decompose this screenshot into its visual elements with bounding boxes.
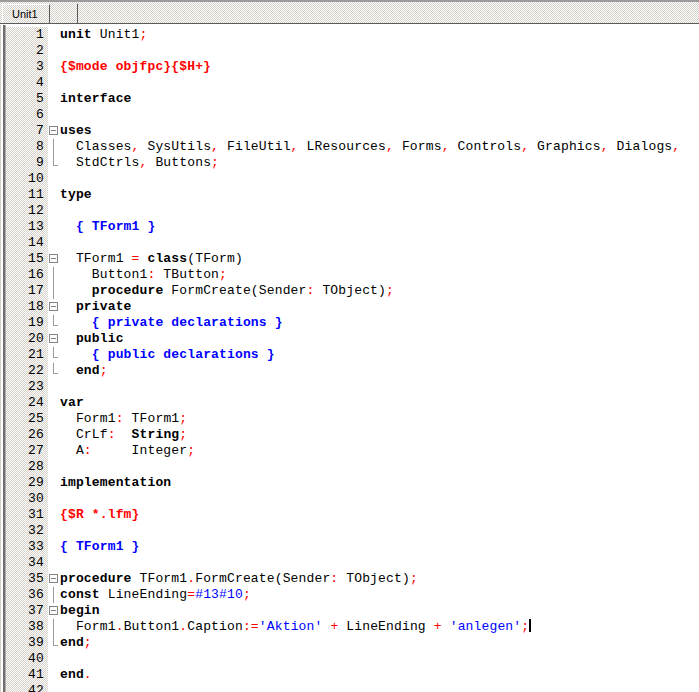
code-text[interactable]: end; xyxy=(60,635,699,651)
code-line: 36const LineEnding=#13#10; xyxy=(6,587,699,603)
code-text[interactable] xyxy=(60,491,699,507)
code-line: 25 Form1: TForm1; xyxy=(6,411,699,427)
fold-tree-line xyxy=(53,139,54,155)
code-text[interactable]: { private declarations } xyxy=(60,315,699,331)
code-text[interactable] xyxy=(60,75,699,91)
code-text[interactable]: Button1: TButton; xyxy=(60,267,699,283)
code-text[interactable] xyxy=(60,203,699,219)
code-text[interactable]: public xyxy=(60,331,699,347)
fold-collapse-icon[interactable] xyxy=(49,254,58,263)
code-token-kw: String xyxy=(132,427,180,442)
code-text[interactable]: CrLf: String; xyxy=(60,427,699,443)
fold-gutter xyxy=(48,459,60,475)
code-line: 35procedure TForm1.FormCreate(Sender: TO… xyxy=(6,571,699,587)
code-text[interactable]: {$mode objfpc}{$H+} xyxy=(60,59,699,75)
line-number: 36 xyxy=(6,587,48,603)
fold-gutter xyxy=(48,603,60,619)
fold-tree-corner xyxy=(53,315,58,326)
code-text[interactable]: end. xyxy=(60,667,699,683)
code-text[interactable]: end; xyxy=(60,363,699,379)
code-text[interactable]: implementation xyxy=(60,475,699,491)
tab-unit1-label: Unit1 xyxy=(12,8,38,20)
code-text[interactable]: StdCtrls, Buttons; xyxy=(60,155,699,171)
fold-collapse-icon[interactable] xyxy=(49,126,58,135)
code-text[interactable] xyxy=(60,651,699,667)
code-line: 14 xyxy=(6,235,699,251)
fold-collapse-icon[interactable] xyxy=(49,334,58,343)
code-line: 40 xyxy=(6,651,699,667)
code-text[interactable]: const LineEnding=#13#10; xyxy=(60,587,699,603)
code-token-sym: , xyxy=(672,139,680,154)
fold-gutter xyxy=(48,219,60,235)
fold-gutter xyxy=(48,507,60,523)
code-text[interactable]: { public declarations } xyxy=(60,347,699,363)
code-line: 8 Classes, SysUtils, FileUtil, LResource… xyxy=(6,139,699,155)
code-text[interactable] xyxy=(60,555,699,571)
code-editor[interactable]: 1unit Unit1;23{$mode objfpc}{$H+}45inter… xyxy=(0,25,699,692)
code-text[interactable]: Form1.Button1.Caption:='Aktion' + LineEn… xyxy=(60,619,699,635)
code-text[interactable]: {$R *.lfm} xyxy=(60,507,699,523)
code-text[interactable]: TForm1 = class(TForm) xyxy=(60,251,699,267)
code-line: 13 { TForm1 } xyxy=(6,219,699,235)
code-text[interactable]: procedure FormCreate(Sender: TObject); xyxy=(60,283,699,299)
code-text[interactable]: interface xyxy=(60,91,699,107)
code-token-pl: Controls xyxy=(450,139,522,154)
fold-gutter xyxy=(48,299,60,315)
fold-collapse-icon[interactable] xyxy=(49,606,58,615)
code-text[interactable] xyxy=(60,171,699,187)
code-token-kw: class xyxy=(147,251,187,266)
code-text[interactable]: unit Unit1; xyxy=(60,27,699,43)
code-token-sym: ; xyxy=(140,27,148,42)
code-token-sym: , xyxy=(521,139,529,154)
code-token-kw: procedure xyxy=(92,283,164,298)
code-token-pl: TForm1 xyxy=(124,411,180,426)
tab-unit1[interactable]: Unit1 xyxy=(2,4,50,23)
fold-gutter xyxy=(48,587,60,603)
code-line: 33{ TForm1 } xyxy=(6,539,699,555)
code-line: 39end; xyxy=(6,635,699,651)
code-token-pl: LineEnding xyxy=(100,587,187,602)
line-number: 18 xyxy=(6,299,48,315)
code-line: 20 public xyxy=(6,331,699,347)
code-token-pl: Classes xyxy=(60,139,132,154)
code-text[interactable] xyxy=(60,43,699,59)
code-text[interactable]: var xyxy=(60,395,699,411)
code-text[interactable]: procedure TForm1.FormCreate(Sender: TObj… xyxy=(60,571,699,587)
code-line: 28 xyxy=(6,459,699,475)
code-token-sym: ; xyxy=(410,571,418,586)
code-line: 22 end; xyxy=(6,363,699,379)
code-text[interactable] xyxy=(60,235,699,251)
line-number: 9 xyxy=(6,155,48,171)
code-text[interactable] xyxy=(60,459,699,475)
code-text[interactable]: uses xyxy=(60,123,699,139)
code-token-str: 'Aktion' xyxy=(259,619,323,634)
code-text[interactable]: { TForm1 } xyxy=(60,219,699,235)
code-text[interactable]: private xyxy=(60,299,699,315)
fold-gutter xyxy=(48,491,60,507)
fold-collapse-icon[interactable] xyxy=(49,574,58,583)
fold-gutter xyxy=(48,363,60,379)
code-line: 12 xyxy=(6,203,699,219)
code-line: 9 StdCtrls, Buttons; xyxy=(6,155,699,171)
code-token-pl: A xyxy=(60,443,84,458)
code-text[interactable]: A: Integer; xyxy=(60,443,699,459)
code-token-pl xyxy=(60,299,76,314)
fold-collapse-icon[interactable] xyxy=(49,302,58,311)
code-text[interactable] xyxy=(60,523,699,539)
code-token-pl xyxy=(116,427,132,442)
code-text[interactable]: Classes, SysUtils, FileUtil, LResources,… xyxy=(60,139,699,155)
code-text[interactable]: begin xyxy=(60,603,699,619)
code-token-dir: {$mode objfpc}{$H+} xyxy=(60,59,211,74)
fold-gutter xyxy=(48,427,60,443)
code-text[interactable]: type xyxy=(60,187,699,203)
code-text[interactable]: Form1: TForm1; xyxy=(60,411,699,427)
code-text[interactable] xyxy=(60,107,699,123)
code-text[interactable] xyxy=(60,683,699,692)
line-number: 6 xyxy=(6,107,48,123)
fold-gutter xyxy=(48,139,60,155)
code-token-sym: , xyxy=(211,139,219,154)
fold-gutter xyxy=(48,523,60,539)
line-number: 14 xyxy=(6,235,48,251)
code-text[interactable] xyxy=(60,379,699,395)
code-text[interactable]: { TForm1 } xyxy=(60,539,699,555)
